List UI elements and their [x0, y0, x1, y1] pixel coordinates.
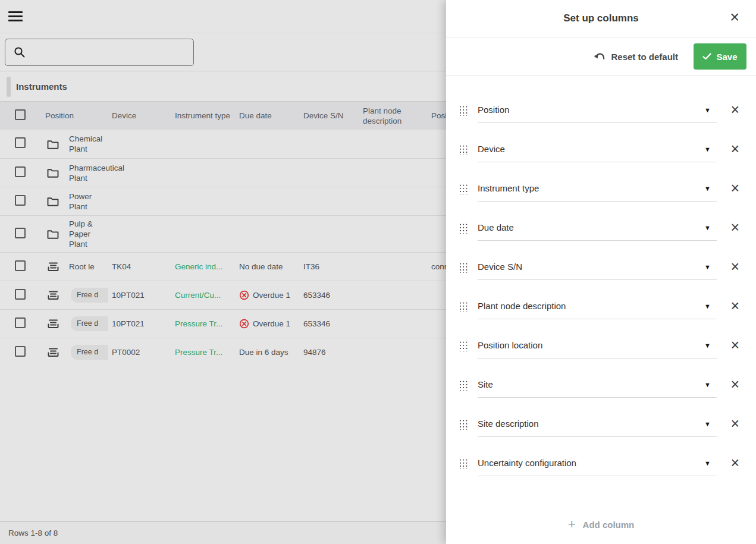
row-checkbox[interactable] [15, 346, 26, 357]
column-select[interactable]: Due date▼ [478, 215, 717, 241]
device-sn-cell: IT36 [300, 259, 359, 275]
plus-icon: + [568, 518, 576, 531]
save-button[interactable]: Save [694, 43, 746, 70]
device-cell: 10PT021 [108, 316, 171, 332]
column-select-value: Position [478, 105, 509, 115]
reset-to-default-button[interactable]: Reset to default [594, 52, 678, 62]
column-header-position: Position [42, 108, 108, 124]
position-cell: Pharmaceutical Plant [65, 160, 108, 186]
folder-icon [47, 168, 59, 178]
free-badge: Free d [71, 316, 108, 331]
row-checkbox[interactable] [15, 317, 26, 328]
row-checkbox[interactable] [15, 137, 26, 148]
device-cell [108, 199, 171, 205]
overdue-icon [239, 290, 249, 300]
column-select[interactable]: Device▼ [478, 136, 717, 162]
column-select-value: Uncertainty configuration [478, 458, 576, 468]
due-date-cell: Due in 6 days [236, 344, 300, 360]
column-header-plant-node-description: Plant node description [359, 103, 428, 129]
instrument-type-link[interactable]: Current/Cu... [171, 287, 236, 303]
row-checkbox[interactable] [15, 260, 26, 271]
chevron-down-icon: ▼ [704, 146, 711, 153]
drag-handle-icon[interactable] [459, 419, 468, 430]
add-column-button[interactable]: + Add column [446, 518, 756, 531]
remove-column-button[interactable]: × [730, 141, 739, 156]
row-checkbox[interactable] [15, 166, 26, 177]
remove-column-button[interactable]: × [730, 259, 739, 274]
due-date-cell [236, 231, 300, 237]
remove-column-button[interactable]: × [730, 416, 739, 431]
column-select-value: Site description [478, 419, 539, 429]
device-sn-cell [300, 170, 359, 176]
drag-handle-icon[interactable] [459, 340, 468, 351]
remove-column-button[interactable]: × [730, 338, 739, 353]
position-tray-icon [47, 262, 59, 272]
check-icon [702, 53, 711, 60]
device-cell [108, 170, 171, 176]
position-cell: Power Plant [65, 188, 108, 215]
column-item: Uncertainty configuration▼× [446, 450, 756, 489]
search-box[interactable] [5, 39, 194, 66]
drag-handle-icon[interactable] [459, 105, 468, 116]
remove-column-button[interactable]: × [730, 181, 739, 196]
due-date-cell: No due date [236, 259, 300, 275]
select-all-checkbox[interactable] [15, 109, 26, 120]
chevron-down-icon: ▼ [704, 185, 711, 192]
remove-column-button[interactable]: × [730, 298, 739, 313]
chevron-down-icon: ▼ [704, 263, 711, 271]
column-item: Device▼× [446, 136, 756, 175]
instrument-type-link[interactable]: Generic ind... [171, 259, 236, 275]
remove-column-button[interactable]: × [730, 455, 739, 470]
column-select[interactable]: Uncertainty configuration▼ [478, 450, 717, 476]
column-item: Plant node description▼× [446, 293, 756, 332]
column-header-due-date: Due date [236, 108, 300, 124]
free-badge: Free d [71, 288, 108, 303]
remove-column-button[interactable]: × [730, 220, 739, 235]
row-checkbox[interactable] [15, 195, 26, 206]
column-select[interactable]: Site▼ [478, 372, 717, 398]
device-sn-cell: 94876 [300, 344, 359, 360]
device-cell: 10PT021 [108, 287, 171, 303]
drag-handle-icon[interactable] [459, 379, 468, 391]
column-select[interactable]: Position location▼ [478, 332, 717, 359]
column-select-value: Position location [478, 340, 542, 350]
instrument-type-link[interactable]: Pressure Tr... [171, 316, 236, 332]
rows-count-label: Rows 1-8 of 8 [8, 529, 58, 537]
drag-handle-icon[interactable] [459, 301, 468, 312]
instrument-type-link[interactable]: Pressure Tr... [171, 344, 236, 360]
drag-handle-icon[interactable] [459, 183, 468, 194]
remove-column-button[interactable]: × [730, 102, 739, 117]
column-item: Position location▼× [446, 332, 756, 372]
row-checkbox[interactable] [15, 228, 26, 238]
remove-column-button[interactable]: × [730, 377, 739, 392]
row-checkbox[interactable] [15, 289, 26, 300]
position-tray-icon [47, 347, 59, 357]
column-select[interactable]: Instrument type▼ [478, 175, 717, 202]
due-date-cell: Overdue 1 [236, 287, 300, 303]
column-item: Device S/N▼× [446, 254, 756, 293]
drag-handle-icon[interactable] [459, 222, 468, 234]
column-select[interactable]: Site description▼ [478, 411, 717, 437]
search-input[interactable] [26, 48, 193, 58]
due-date-cell: Overdue 1 [236, 316, 300, 332]
column-list: Position▼×Device▼×Instrument type▼×Due d… [446, 76, 756, 489]
column-select[interactable]: Position▼ [478, 97, 717, 123]
chevron-down-icon: ▼ [704, 381, 711, 388]
drag-handle-icon[interactable] [459, 458, 468, 469]
add-column-label: Add column [583, 520, 635, 530]
hamburger-icon[interactable] [8, 11, 23, 21]
reset-label: Reset to default [611, 52, 678, 62]
instrument-type-link [171, 170, 236, 176]
close-icon[interactable]: × [730, 10, 739, 26]
column-item: Site▼× [446, 372, 756, 411]
due-date-cell [236, 199, 300, 205]
plant-node-description-cell [359, 199, 428, 205]
drag-handle-icon[interactable] [459, 144, 468, 155]
device-sn-cell [300, 199, 359, 205]
column-select[interactable]: Plant node description▼ [478, 293, 717, 319]
plant-node-description-cell [359, 293, 428, 298]
device-cell: PT0002 [108, 344, 171, 360]
device-cell [108, 141, 171, 147]
column-select[interactable]: Device S/N▼ [478, 254, 717, 280]
drag-handle-icon[interactable] [459, 262, 468, 273]
